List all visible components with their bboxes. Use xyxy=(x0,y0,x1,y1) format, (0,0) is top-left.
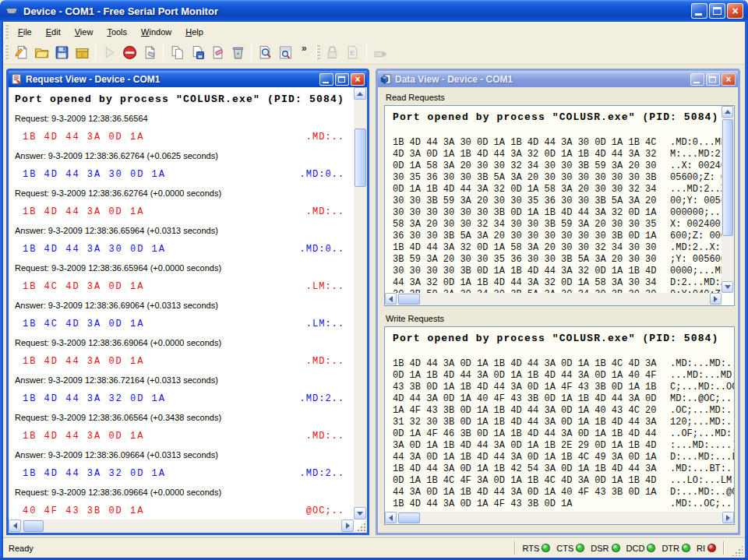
read-hex-row: 58 3A 20 30 30 32 34 30 30 3B 59 3A 20 3… xyxy=(393,219,722,231)
log-header: Port opened by process "COLUSR.exe" (PID… xyxy=(15,90,346,109)
scroll-down-button[interactable] xyxy=(722,281,733,293)
maximize-icon xyxy=(709,76,716,83)
ascii-text: .LM:.. xyxy=(306,277,344,296)
menu-item-window[interactable]: Window xyxy=(134,23,178,41)
write-hex-rows: 1B 4D 44 3A 0D 1A 1B 4D 44 3A 0D 1A 1B 4… xyxy=(393,358,734,510)
read-requests-view[interactable]: Port opened by process "COLUSR.exe" (PID… xyxy=(385,106,722,293)
scroll-right-button[interactable] xyxy=(341,519,354,532)
menu-item-view[interactable]: View xyxy=(68,23,101,41)
scroll-up-button[interactable] xyxy=(722,106,733,118)
ascii-text: D:2...MD:2..X:04 xyxy=(670,277,722,289)
find-button[interactable] xyxy=(255,42,275,62)
arrow-right-icon xyxy=(726,515,730,521)
write-hex-row: 0D 1A 1B 4C 4F 3A 0D 1A 1B 4C 4D 3A 0D 1… xyxy=(393,475,734,487)
scroll-up-button[interactable] xyxy=(354,87,366,100)
close-button[interactable]: × xyxy=(727,3,743,19)
request-view-body: Port opened by process "COLUSR.exe" (PID… xyxy=(9,87,367,533)
scroll-right-button[interactable] xyxy=(710,293,722,305)
request-view-maximize-button[interactable] xyxy=(335,73,349,86)
close-icon: × xyxy=(351,74,364,85)
toolbar-overflow-chevron[interactable]: » xyxy=(302,43,307,54)
save-selection-button[interactable] xyxy=(187,42,207,62)
answer-hex-line: 1B 4D 44 3A 32 0D 1A.MD:2.. xyxy=(15,464,346,483)
start-monitoring-button xyxy=(99,42,119,62)
data-view-minimize-button[interactable] xyxy=(690,73,704,86)
read-hex-row: 1B 4D 44 3A 30 0D 1A 1B 4D 44 3A 30 0D 1… xyxy=(393,137,722,149)
ascii-text: .MD:...MD:...LM: xyxy=(670,358,734,370)
hex-bytes: 1B 4D 44 3A 30 0D 1A 1B 4D 44 3A 30 0D 1… xyxy=(393,137,658,149)
hex-bytes: 1B 4D 44 3A 30 0D 1A xyxy=(23,165,166,184)
minimize-button[interactable] xyxy=(691,3,707,19)
save-button[interactable] xyxy=(51,42,72,62)
indicator-label: DTR xyxy=(662,544,679,553)
indicator-led-icon xyxy=(682,544,690,552)
hex-bytes: 1B 4D 44 3A 0D 1A 1B 42 54 3A 0D 1A 1B 4… xyxy=(393,463,658,475)
paste-button[interactable] xyxy=(207,42,228,62)
print-preview-button[interactable] xyxy=(275,42,295,62)
scroll-right-button[interactable] xyxy=(722,512,734,523)
request-log-view[interactable]: Port opened by process "COLUSR.exe" (PID… xyxy=(9,87,354,519)
toolbar-band-main xyxy=(11,42,295,62)
read-hex-row: 3B 59 3A 20 30 30 35 36 30 30 3B 5A 3A 2… xyxy=(393,254,722,266)
lock-button xyxy=(323,42,343,62)
scroll-left-button[interactable] xyxy=(385,293,397,305)
open-button[interactable] xyxy=(31,42,51,62)
read-horizontal-scrollbar[interactable] xyxy=(385,293,722,305)
request-hex-line: 1B 4D 44 3A 0D 1A.MD:.. xyxy=(15,427,346,446)
stop-monitoring-button[interactable] xyxy=(119,42,139,62)
scroll-down-button[interactable] xyxy=(354,507,366,519)
menu-item-help[interactable]: Help xyxy=(178,23,210,41)
toolbar2-gripper[interactable] xyxy=(316,45,320,59)
port-opened-header: Port opened by process "COLUSR.exe" (PID… xyxy=(393,111,722,125)
copy-button[interactable] xyxy=(167,42,187,62)
delete-button[interactable] xyxy=(228,42,248,62)
horizontal-scroll-thumb[interactable] xyxy=(398,294,420,305)
package-icon xyxy=(75,45,90,60)
ascii-text: ...MD:...MD:..@O xyxy=(670,370,734,382)
clear-data-button[interactable] xyxy=(139,42,160,62)
indicator-label: RI xyxy=(697,544,705,553)
toolbar-gripper[interactable] xyxy=(5,45,9,59)
data-view-titlebar[interactable]: Data View - Device - COM1 × xyxy=(378,71,738,87)
scroll-left-button[interactable] xyxy=(385,512,397,523)
new-button[interactable] xyxy=(11,42,31,62)
request-view-titlebar[interactable]: Request View - Device - COM1 × xyxy=(9,71,367,87)
menu-item-edit[interactable]: Edit xyxy=(39,23,68,41)
menu-item-file[interactable]: File xyxy=(11,23,39,41)
read-hex-row: 44 3A 32 0D 1A 1B 4D 44 3A 32 0D 1A 58 3… xyxy=(393,277,722,289)
connector-icon xyxy=(372,45,387,60)
resize-grip[interactable] xyxy=(354,519,367,533)
resize-grip[interactable] xyxy=(732,545,743,556)
log-info-line: Request: 9-3-2009 12:38:36.62764 (+0.000… xyxy=(15,184,346,203)
export-session-button[interactable] xyxy=(72,42,92,62)
menu-item-tools[interactable]: Tools xyxy=(100,23,134,41)
hex-bytes: 4D 44 3A 0D 1A 40 4F 43 3B 0D 1A 1B 4D 4… xyxy=(393,393,658,405)
main-titlebar[interactable]: Device - COM1 - Free Serial Port Monitor… xyxy=(0,0,748,22)
data-view-close-button[interactable]: × xyxy=(722,73,736,86)
scroll-left-button[interactable] xyxy=(9,519,21,532)
ascii-text: 000000;...MD:2.. xyxy=(670,207,722,219)
ascii-text: .MD:.. xyxy=(306,427,344,446)
request-view-horizontal-scrollbar[interactable] xyxy=(9,519,354,533)
arrow-right-icon xyxy=(714,296,718,302)
horizontal-scroll-thumb[interactable] xyxy=(23,520,44,532)
data-view-maximize-button[interactable] xyxy=(706,73,720,86)
request-view-title: Request View - Device - COM1 xyxy=(26,74,318,85)
write-requests-view[interactable]: Port opened by process "COLUSR.exe" (PID… xyxy=(385,327,734,512)
read-vertical-scrollbar[interactable] xyxy=(722,106,734,293)
mdi-workspace: Request View - Device - COM1 × Port open… xyxy=(3,65,745,537)
maximize-button[interactable] xyxy=(709,3,725,19)
status-separator xyxy=(514,541,516,555)
hex-bytes: 0D 1A 58 3A 20 30 30 32 34 30 30 3B 59 3… xyxy=(393,160,658,172)
vertical-scroll-thumb[interactable] xyxy=(722,119,733,236)
indicator-led-icon xyxy=(707,544,716,552)
vertical-scroll-thumb[interactable] xyxy=(355,129,366,187)
log-info-line: Request: 9-3-2009 12:38:36.09664 (+0.000… xyxy=(15,483,346,502)
hex-bytes: 40 4F 43 3B 0D 1A xyxy=(23,502,144,519)
request-view-close-button[interactable]: × xyxy=(351,73,365,86)
request-view-minimize-button[interactable] xyxy=(319,73,333,86)
write-horizontal-scrollbar[interactable] xyxy=(385,512,734,524)
horizontal-scroll-thumb[interactable] xyxy=(398,512,420,523)
request-view-vertical-scrollbar[interactable] xyxy=(354,87,367,519)
menubar-gripper[interactable] xyxy=(5,25,9,39)
